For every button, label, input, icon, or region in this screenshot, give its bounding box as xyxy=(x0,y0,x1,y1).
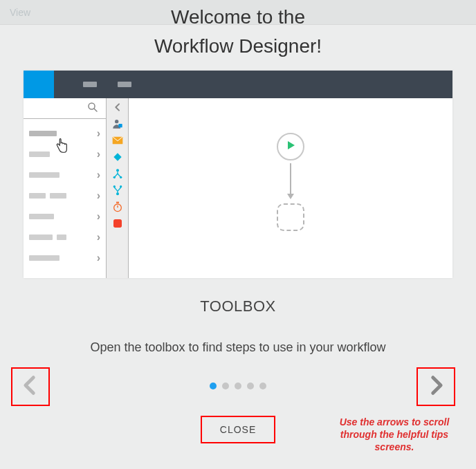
start-node xyxy=(277,133,304,160)
slide-description: Open the toolbox to find steps to use in… xyxy=(0,340,476,355)
illustration-tab xyxy=(118,82,131,87)
illustration-canvas xyxy=(129,98,452,278)
prev-slide-button[interactable] xyxy=(11,367,50,406)
drop-target-placeholder xyxy=(277,203,304,231)
illustration-toolbox-panel: › › › › › › › xyxy=(24,98,107,278)
mail-icon xyxy=(111,134,124,147)
pager-dot[interactable] xyxy=(222,383,229,389)
illustration-tab-active xyxy=(24,71,54,98)
pager-dot[interactable] xyxy=(210,383,217,389)
svg-line-1 xyxy=(94,109,97,111)
help-annotation: Use the arrows to scroll through the hel… xyxy=(325,416,464,453)
svg-rect-3 xyxy=(118,124,122,127)
play-icon xyxy=(285,140,296,154)
stopwatch-icon xyxy=(111,201,124,213)
welcome-title-line2: Workflow Designer! xyxy=(0,35,476,58)
stop-icon xyxy=(111,217,124,230)
diamond-icon xyxy=(111,151,124,163)
svg-point-11 xyxy=(120,176,122,178)
svg-rect-21 xyxy=(113,219,122,228)
svg-marker-22 xyxy=(288,141,295,149)
welcome-title-line1: Welcome to the xyxy=(0,6,476,29)
chevron-left-icon xyxy=(19,371,42,402)
connector-line xyxy=(290,163,291,195)
svg-point-12 xyxy=(113,185,115,187)
welcome-dialog: Welcome to the Workflow Designer! xyxy=(0,6,476,443)
pager-dot[interactable] xyxy=(259,383,266,389)
svg-line-14 xyxy=(114,187,118,191)
svg-point-13 xyxy=(120,185,122,187)
slide-title: TOOLBOX xyxy=(0,297,476,315)
svg-rect-20 xyxy=(116,202,119,203)
slide-illustration: › › › › › › › xyxy=(24,71,452,278)
chevron-left-icon xyxy=(111,101,124,113)
svg-point-17 xyxy=(116,192,119,195)
svg-point-10 xyxy=(113,176,115,178)
svg-point-0 xyxy=(89,103,95,109)
cursor-hand-icon xyxy=(54,138,69,158)
illustration-appbar xyxy=(24,71,452,98)
illustration-tab xyxy=(83,82,97,87)
pager-dots xyxy=(0,367,476,389)
svg-point-2 xyxy=(115,120,118,123)
pager-dot[interactable] xyxy=(235,383,241,389)
svg-rect-5 xyxy=(113,153,121,160)
close-button[interactable]: CLOSE xyxy=(201,416,275,443)
connector-arrowhead xyxy=(287,194,294,199)
search-icon xyxy=(86,101,99,116)
merge-icon xyxy=(111,184,124,196)
branch-icon xyxy=(111,167,124,180)
svg-point-6 xyxy=(116,169,119,172)
person-shield-icon xyxy=(111,118,124,130)
pager-dot[interactable] xyxy=(247,383,254,389)
svg-line-15 xyxy=(118,187,121,191)
next-slide-button[interactable] xyxy=(416,367,455,406)
chevron-right-icon xyxy=(424,371,448,402)
illustration-step-palette xyxy=(107,98,129,278)
